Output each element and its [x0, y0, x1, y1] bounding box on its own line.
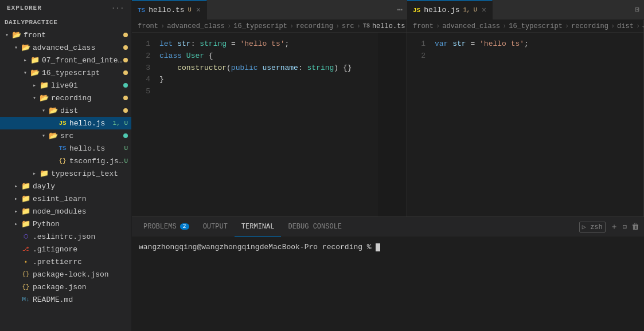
bc-recording: recording — [296, 22, 333, 30]
status-badge — [123, 45, 128, 50]
sidebar-item-label: 16_typescript — [42, 69, 123, 77]
sidebar-item-front[interactable]: ▾ 📂 front — [0, 29, 131, 41]
folder-icon: 📁 — [39, 169, 49, 178]
tab-dirty-indicator: 1, U — [463, 7, 477, 13]
close-terminal-icon[interactable]: 🗑 — [631, 222, 639, 231]
sidebar-item-node-modules[interactable]: ▸ 📁 node_modules — [0, 205, 131, 218]
tab-label: hello.js — [424, 6, 459, 14]
file-status-badge: U — [124, 157, 128, 164]
split-icon[interactable]: ⊡ — [635, 5, 639, 14]
sidebar-item-label: node_modules — [33, 207, 131, 216]
sidebar-item-python[interactable]: ▸ 📁 Python — [0, 218, 131, 230]
tab-hello-ts[interactable]: TS hello.ts U × — [132, 0, 207, 19]
status-badge — [123, 133, 128, 138]
sidebar-item-recording[interactable]: ▾ 📂 recording — [0, 92, 131, 104]
sidebar-item-07front[interactable]: ▸ 📁 07_front_end_interact... — [0, 54, 131, 66]
chevron-down-icon: ▾ — [2, 31, 11, 38]
add-terminal-icon[interactable]: ＋ — [610, 222, 618, 232]
root-folder: DAILYPRACTICE — [0, 16, 131, 29]
bc-dist: dist — [617, 22, 634, 30]
bc-advanced: advanced_class — [167, 22, 225, 30]
tab-problems[interactable]: PROBLEMS 2 — [136, 217, 196, 237]
right-code-editor[interactable]: 1 2 var str = 'hello ts'; — [407, 33, 643, 216]
file-status-badge: U — [124, 145, 128, 152]
folder-open-icon: 📂 — [30, 68, 40, 77]
tab-output[interactable]: OUTPUT — [196, 217, 235, 237]
chevron-right-icon: ▸ — [11, 183, 21, 190]
json-file-icon: {} — [21, 271, 31, 278]
code-content-right: var str = 'hello ts'; — [430, 33, 643, 216]
sidebar-item-label: recording — [51, 94, 123, 103]
right-tab-actions: ⊡ — [630, 0, 644, 19]
terminal-run-icon[interactable]: ▷ zsh — [579, 222, 606, 233]
sidebar-header-icons: ··· — [111, 5, 124, 11]
sidebar-item-readme[interactable]: M↓ README.md — [0, 293, 131, 306]
sidebar: EXPLORER ··· DAILYPRACTICE ▾ 📂 front ▾ 📂… — [0, 0, 132, 331]
sidebar-item-hello-ts[interactable]: TS hello.ts U — [0, 142, 131, 155]
folder-open-icon: 📂 — [21, 43, 31, 52]
bc-file: hello.ts — [372, 22, 405, 30]
sidebar-item-live01[interactable]: ▸ 📁 live01 — [0, 79, 131, 92]
left-breadcrumb: front › advanced_class › 16_typescript ›… — [132, 20, 407, 33]
sidebar-item-label: live01 — [51, 81, 123, 90]
sidebar-item-advanced-class[interactable]: ▾ 📂 advanced_class — [0, 41, 131, 54]
status-badge — [123, 70, 128, 75]
more-icon[interactable]: ⋯ — [397, 4, 403, 15]
bc-sep: › — [227, 22, 231, 30]
panel-actions: ▷ zsh ＋ ⊟ 🗑 — [579, 222, 639, 233]
sidebar-item-tsconfig[interactable]: {} tsconfig.json U — [0, 155, 131, 167]
root-label: DAILYPRACTICE — [5, 19, 57, 26]
ts-file-icon: TS — [57, 145, 68, 152]
tab-output-label: OUTPUT — [203, 223, 228, 231]
folder-icon: 📁 — [21, 207, 31, 216]
ts-bc-icon: TS — [363, 23, 370, 29]
tab-dirty-indicator: U — [188, 7, 192, 13]
sidebar-item-hello-js[interactable]: JS hello.js 1, U — [0, 117, 131, 129]
folder-open-icon: 📂 — [11, 30, 22, 40]
tab-close-button[interactable]: × — [482, 6, 486, 15]
split-terminal-icon[interactable]: ⊟ — [623, 223, 627, 231]
sidebar-item-typescript-text[interactable]: ▸ 📁 typescript_text — [0, 167, 131, 180]
folder-open-icon: 📂 — [39, 93, 49, 103]
chevron-right-icon: ▸ — [30, 170, 39, 177]
sidebar-item-prettierrc[interactable]: ✦ .prettierrc — [0, 255, 131, 268]
tab-hello-js[interactable]: JS hello.js 1, U × — [407, 0, 493, 19]
sidebar-item-16typescript[interactable]: ▾ 📂 16_typescript — [0, 66, 131, 79]
bc-16ts: 16_typescript — [509, 22, 563, 30]
editors-row: front › advanced_class › 16_typescript ›… — [132, 20, 644, 216]
panel-tabs: PROBLEMS 2 OUTPUT TERMINAL DEBUG CONSOLE… — [132, 217, 644, 237]
sidebar-item-label: .eslintrc.json — [33, 233, 131, 241]
sidebar-item-dayly[interactable]: ▸ 📁 dayly — [0, 180, 131, 192]
sidebar-item-gitignore[interactable]: ⎇ .gitignore — [0, 243, 131, 255]
bc-recording: recording — [571, 22, 608, 30]
problems-count: 2 — [180, 223, 189, 230]
sidebar-item-label: advanced_class — [33, 44, 123, 52]
tab-debug-console[interactable]: DEBUG CONSOLE — [281, 217, 349, 237]
sidebar-item-label: .gitignore — [33, 245, 131, 254]
sidebar-item-src[interactable]: ▾ 📂 src — [0, 129, 131, 142]
folder-open-icon: 📂 — [48, 131, 58, 140]
sidebar-item-label: src — [60, 132, 123, 140]
sidebar-item-label: tsconfig.json — [69, 157, 124, 166]
sidebar-item-eslintrc[interactable]: ⬡ .eslintrc.json — [0, 230, 131, 243]
terminal-line: wangzhongqing@wangzhongqingdeMacBook-Pro… — [139, 242, 637, 253]
sidebar-more-icon[interactable]: ··· — [111, 5, 124, 11]
tab-close-button[interactable]: × — [196, 6, 201, 15]
terminal-cursor — [376, 243, 380, 251]
bottom-panel: PROBLEMS 2 OUTPUT TERMINAL DEBUG CONSOLE… — [132, 216, 644, 331]
sidebar-item-label: 07_front_end_interact... — [42, 56, 123, 65]
chevron-down-icon: ▾ — [11, 44, 21, 51]
tab-terminal[interactable]: TERMINAL — [235, 217, 282, 237]
sidebar-item-pkg-lock[interactable]: {} package-lock.json — [0, 268, 131, 281]
chevron-down-icon: ▾ — [39, 107, 48, 114]
folder-icon: 📁 — [30, 56, 40, 65]
sidebar-item-pkg[interactable]: {} package.json — [0, 281, 131, 293]
sidebar-item-dist[interactable]: ▾ 📂 dist — [0, 104, 131, 117]
sidebar-item-eslint-learn[interactable]: ▸ 📁 eslint_learn — [0, 192, 131, 205]
left-code-editor[interactable]: 1 2 3 4 5 let str: string = 'hello ts'; … — [132, 33, 407, 216]
editors-and-terminal: front › advanced_class › 16_typescript ›… — [132, 20, 644, 331]
chevron-right-icon: ▸ — [21, 57, 30, 64]
terminal-content[interactable]: wangzhongqing@wangzhongqingdeMacBook-Pro… — [132, 237, 644, 331]
js-icon: JS — [413, 7, 420, 14]
terminal-prompt: wangzhongqing@wangzhongqingdeMacBook-Pro… — [139, 243, 376, 251]
